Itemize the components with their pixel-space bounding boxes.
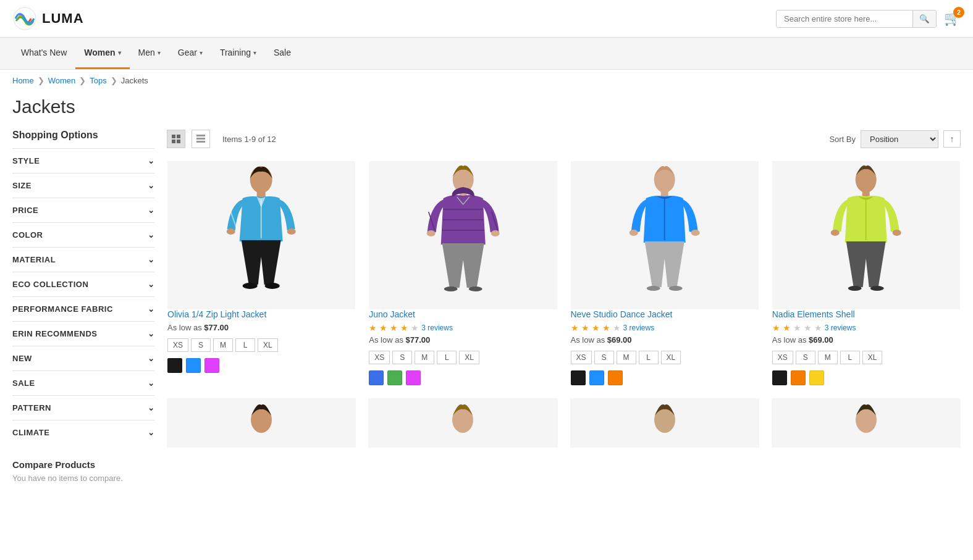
product-card-partial (368, 398, 557, 448)
size-xs[interactable]: XS (571, 351, 592, 364)
grid-view-button[interactable] (167, 130, 185, 148)
color-swatch-black[interactable] (772, 370, 787, 385)
filter-pattern-header[interactable]: PATTERN ⌄ (12, 396, 154, 420)
filter-climate-header[interactable]: CLIMATE ⌄ (12, 420, 154, 445)
nav-item-women: Women ▾ (75, 38, 129, 69)
filter-erin: ERIN RECOMMENDS ⌄ (12, 321, 154, 346)
product-price: As low as $77.00 (167, 323, 355, 332)
star-2: ★ (379, 323, 387, 333)
size-s[interactable]: S (191, 338, 211, 352)
color-swatch-blue[interactable] (589, 370, 604, 385)
star-4: ★ (804, 323, 812, 333)
filter-price-header[interactable]: PRICE ⌄ (12, 198, 154, 222)
color-swatch-orange[interactable] (791, 370, 806, 385)
size-m[interactable]: M (818, 351, 838, 364)
nav-link-training[interactable]: Training ▾ (211, 38, 265, 67)
filter-style-header[interactable]: STYLE ⌄ (12, 149, 154, 173)
size-xs[interactable]: XS (167, 338, 188, 352)
svg-point-12 (227, 228, 235, 235)
chevron-down-icon: ▾ (158, 49, 161, 56)
svg-point-40 (870, 286, 884, 291)
color-swatch-orange[interactable] (608, 370, 623, 385)
reviews-link[interactable]: 3 reviews (825, 324, 856, 332)
filter-new-header[interactable]: NEW ⌄ (12, 346, 154, 370)
svg-rect-2 (177, 135, 180, 138)
search-bar: 🔍 (776, 10, 937, 28)
breadcrumb-tops[interactable]: Tops (90, 76, 106, 85)
size-xs[interactable]: XS (772, 351, 793, 364)
size-xl[interactable]: XL (661, 351, 681, 364)
size-m[interactable]: M (415, 351, 434, 364)
filter-sale-header[interactable]: SALE ⌄ (12, 371, 154, 395)
filter-erin-header[interactable]: ERIN RECOMMENDS ⌄ (12, 322, 154, 346)
color-swatch-purple[interactable] (204, 358, 219, 373)
nav-link-gear[interactable]: Gear ▾ (169, 38, 211, 67)
nav-item-whats-new: What's New (12, 38, 75, 69)
filter-color-header[interactable]: COLOR ⌄ (12, 223, 154, 247)
chevron-down-icon: ▾ (200, 49, 203, 56)
product-card: Juno Jacket ★ ★ ★ ★ ★ 3 reviews As low a… (368, 161, 557, 386)
product-link[interactable]: Olivia 1/4 Zip Light Jacket (167, 309, 266, 319)
filter-size-header[interactable]: SIZE ⌄ (12, 173, 154, 198)
color-swatch-green[interactable] (387, 370, 402, 385)
product-card-partial (167, 398, 356, 448)
breadcrumb-women[interactable]: Women (48, 76, 76, 85)
size-s[interactable]: S (796, 351, 815, 364)
size-xl[interactable]: XL (258, 338, 278, 352)
nav-item-gear: Gear ▾ (169, 38, 211, 69)
nav-link-whats-new[interactable]: What's New (12, 38, 75, 67)
cart-button[interactable]: 🛒 2 (944, 10, 961, 27)
size-s[interactable]: S (594, 351, 614, 364)
logo[interactable]: LUMA (12, 6, 84, 31)
size-xl[interactable]: XL (862, 351, 883, 364)
product-link[interactable]: Nadia Elements Shell (772, 309, 855, 319)
product-link[interactable]: Neve Studio Dance Jacket (571, 309, 673, 319)
size-m[interactable]: M (213, 338, 233, 352)
size-xl[interactable]: XL (459, 351, 479, 364)
size-s[interactable]: S (392, 351, 412, 364)
nav-item-training: Training ▾ (211, 38, 265, 69)
filter-eco-header[interactable]: ECO COLLECTION ⌄ (12, 272, 154, 296)
nav-link-men[interactable]: Men ▾ (130, 38, 169, 67)
nav-link-sale[interactable]: Sale (265, 38, 300, 67)
color-swatch-black[interactable] (167, 358, 182, 373)
svg-point-24 (491, 230, 499, 236)
size-xs[interactable]: XS (369, 351, 390, 364)
breadcrumb: Home ❯ Women ❯ Tops ❯ Jackets (0, 70, 973, 91)
color-swatch-blue[interactable] (369, 370, 384, 385)
sidebar: Shopping Options STYLE ⌄ SIZE ⌄ PRICE ⌄ … (12, 130, 154, 483)
sort-direction-button[interactable]: ↑ (943, 130, 961, 148)
sort-label: Sort By (829, 135, 856, 144)
main-nav: What's New Women ▾ Men ▾ Gear ▾ Training… (0, 38, 973, 70)
chevron-down-icon: ⌄ (148, 403, 155, 412)
nav-link-women[interactable]: Women ▾ (75, 38, 129, 69)
size-l[interactable]: L (235, 338, 255, 352)
breadcrumb-separator: ❯ (38, 76, 44, 85)
reviews-link[interactable]: 3 reviews (421, 324, 453, 332)
svg-point-31 (691, 230, 700, 236)
size-l[interactable]: L (639, 351, 659, 364)
product-link[interactable]: Juno Jacket (369, 309, 415, 319)
reviews-link[interactable]: 3 reviews (623, 324, 655, 332)
sort-select[interactable]: Position Product Name Price (861, 130, 938, 148)
size-m[interactable]: M (617, 351, 636, 364)
filter-material-header[interactable]: MATERIAL ⌄ (12, 248, 154, 272)
chevron-down-icon: ⌄ (148, 181, 155, 190)
breadcrumb-home[interactable]: Home (12, 76, 34, 85)
color-swatch-black[interactable] (571, 370, 586, 385)
product-name: Nadia Elements Shell (772, 309, 960, 319)
search-input[interactable] (777, 10, 912, 27)
star-1: ★ (571, 323, 579, 333)
color-swatch-yellow[interactable] (809, 370, 824, 385)
product-grid-row2 (167, 398, 961, 448)
filter-sale: SALE ⌄ (12, 370, 154, 395)
size-l[interactable]: L (437, 351, 457, 364)
svg-point-27 (654, 167, 675, 193)
filter-performance-header[interactable]: PERFORMANCE FABRIC ⌄ (12, 297, 154, 321)
list-view-button[interactable] (192, 130, 210, 148)
size-l[interactable]: L (840, 351, 860, 364)
search-button[interactable]: 🔍 (912, 10, 936, 27)
color-swatch-pink[interactable] (406, 370, 421, 385)
color-swatch-blue[interactable] (186, 358, 201, 373)
product-name: Juno Jacket (369, 309, 557, 319)
